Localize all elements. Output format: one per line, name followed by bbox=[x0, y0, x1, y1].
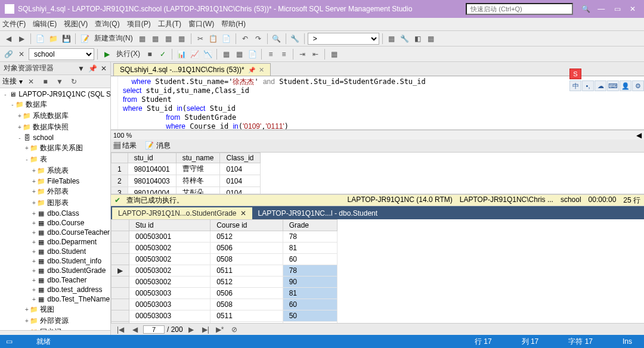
tool-a-button[interactable]: ▦ bbox=[386, 33, 398, 45]
minimize-button[interactable]: — bbox=[597, 5, 605, 13]
cut-button[interactable]: ✂ bbox=[194, 33, 206, 45]
uncomment-button[interactable]: ≡ bbox=[278, 48, 290, 60]
db-query-button[interactable]: ▦ bbox=[137, 33, 148, 45]
tree-node[interactable]: +▦ dbo.test_address bbox=[0, 285, 110, 294]
tree-node[interactable]: +▦ dbo.StudentGrade bbox=[0, 266, 110, 275]
tree-node[interactable]: +▦ dbo.Test_TheName bbox=[0, 294, 110, 304]
tree-node[interactable]: +▦ dbo.Deparment bbox=[0, 237, 110, 247]
solution-dropdown[interactable]: > bbox=[308, 33, 379, 45]
messages-tab[interactable]: 📝 消息 bbox=[145, 141, 170, 151]
ime-mode-cn[interactable]: 中 bbox=[569, 80, 581, 91]
open-button[interactable]: 📁 bbox=[47, 33, 59, 45]
new-query-icon[interactable]: 📝 bbox=[79, 33, 91, 45]
new-record-button[interactable]: ▶* bbox=[214, 324, 226, 335]
prev-record-button[interactable]: ◀ bbox=[129, 324, 141, 335]
results-text-button[interactable]: ▦ bbox=[220, 48, 232, 60]
tree-node[interactable]: +▦ dbo.Class bbox=[0, 209, 110, 218]
db-query-3-button[interactable]: ▦ bbox=[163, 33, 175, 45]
sql-file-tab[interactable]: SQLshiyi_4.sql -...91Q1NC\Chris (53))* 📌… bbox=[113, 63, 271, 76]
pin-icon[interactable]: 📌 bbox=[88, 64, 97, 73]
db-query-2-button[interactable]: ▦ bbox=[150, 33, 162, 45]
detail-tab[interactable]: LAPTOP-JR91Q1NC...l - dbo.Student bbox=[252, 207, 384, 219]
redo-button[interactable]: ↷ bbox=[252, 33, 264, 45]
maximize-button[interactable]: ▭ bbox=[614, 5, 621, 13]
close-panel-icon[interactable]: ✕ bbox=[101, 64, 107, 73]
find-button[interactable]: 🔍 bbox=[271, 33, 283, 45]
server-node[interactable]: -🖥 LAPTOP-JR91Q1NC (SQL Server 14.0. bbox=[0, 89, 110, 99]
tree-scrollbar[interactable] bbox=[0, 330, 110, 335]
tree-node[interactable]: +📁 外部表 bbox=[0, 186, 110, 197]
tree-node[interactable]: +📁 视图 bbox=[0, 304, 110, 315]
stop-icon[interactable]: ■ bbox=[39, 76, 51, 88]
stats-button[interactable]: 📉 bbox=[202, 48, 213, 60]
disconnect-button[interactable]: ✕ bbox=[16, 48, 27, 60]
tree-node[interactable]: -🗄 school bbox=[0, 133, 110, 142]
tree-node[interactable]: +📁 数据库快照 bbox=[0, 122, 110, 133]
tree-node[interactable]: +▦ dbo.Teacher bbox=[0, 275, 110, 285]
quick-launch-input[interactable] bbox=[466, 3, 573, 15]
undo-button[interactable]: ↶ bbox=[239, 33, 251, 45]
tree-node[interactable]: +▦ dbo.Student bbox=[0, 247, 110, 256]
refresh-icon[interactable]: ↻ bbox=[68, 76, 80, 88]
ime-settings-icon[interactable]: ⚙ bbox=[632, 80, 644, 91]
menu-item[interactable]: 文件(F) bbox=[2, 19, 26, 29]
outdent-button[interactable]: ⇤ bbox=[309, 48, 321, 60]
tool-d-button[interactable]: ▦ bbox=[425, 33, 437, 45]
record-position-input[interactable] bbox=[143, 325, 165, 334]
tree-node[interactable]: +▦ dbo.Course bbox=[0, 218, 110, 228]
copy-button[interactable]: 📋 bbox=[208, 33, 219, 45]
results-file-button[interactable]: 📄 bbox=[246, 48, 258, 60]
ime-toolbar[interactable]: S 中 •, ☁ ⌨ 👤 ⚙ bbox=[569, 69, 644, 91]
tree-node[interactable]: +📁 系统数据库 bbox=[0, 110, 110, 122]
ime-icon[interactable]: S bbox=[569, 69, 581, 79]
new-query-button[interactable]: 新建查询(N) bbox=[92, 33, 135, 44]
close-tab-icon[interactable]: ✕ bbox=[259, 66, 264, 74]
tree-node[interactable]: +📁 数据库关系图 bbox=[0, 142, 110, 154]
db-query-4-button[interactable]: ▦ bbox=[176, 33, 188, 45]
tool-b-button[interactable]: 🔧 bbox=[399, 33, 411, 45]
detail-grid[interactable]: Stu idCourse idGrade00050300105127800050… bbox=[111, 219, 644, 323]
tree-node[interactable]: +📁 系统表 bbox=[0, 165, 110, 176]
filter-icon[interactable]: ▼ bbox=[54, 76, 66, 88]
dropdown-icon[interactable]: ▼ bbox=[78, 64, 85, 73]
specify-values-button[interactable]: ▦ bbox=[328, 48, 340, 60]
tree-node[interactable]: +📁 外部资源 bbox=[0, 315, 110, 327]
object-explorer-tree[interactable]: -🖥 LAPTOP-JR91Q1NC (SQL Server 14.0. -📁 … bbox=[0, 88, 110, 330]
ime-keyboard-icon[interactable]: ⌨ bbox=[607, 80, 619, 91]
results-grid[interactable]: stu_idstu_nameClass_id1980104001曹守维01042… bbox=[111, 153, 644, 194]
sql-code-editor[interactable]: where Student.Stu_name='徐杰杰' and Student… bbox=[111, 76, 644, 130]
execute-icon[interactable]: ▶ bbox=[101, 48, 113, 60]
parse-button[interactable]: ✓ bbox=[157, 48, 169, 60]
menu-item[interactable]: 查询(Q) bbox=[95, 19, 119, 29]
forward-button[interactable]: ▶ bbox=[16, 33, 27, 45]
indent-button[interactable]: ⇥ bbox=[296, 48, 308, 60]
comment-button[interactable]: ≡ bbox=[265, 48, 277, 60]
disconnect-icon[interactable]: ✕ bbox=[25, 76, 37, 88]
results-grid-button[interactable]: ▦ bbox=[233, 48, 245, 60]
menu-item[interactable]: 视图(V) bbox=[64, 19, 88, 29]
detail-tab[interactable]: LAPTOP-JR91Q1N...o.StudentGrade ✕ bbox=[112, 207, 252, 219]
stop-button[interactable]: ■ bbox=[144, 48, 156, 60]
ime-person-icon[interactable]: 👤 bbox=[620, 80, 631, 91]
menu-item[interactable]: 窗口(W) bbox=[188, 19, 214, 29]
connect-button[interactable]: 🔗 bbox=[2, 48, 14, 60]
tree-node[interactable]: +📁 图形表 bbox=[0, 197, 110, 209]
first-record-button[interactable]: |◀ bbox=[114, 324, 126, 335]
include-plan-button[interactable]: 📈 bbox=[188, 48, 200, 60]
tree-node[interactable]: +▦ dbo.Student_info bbox=[0, 256, 110, 266]
search-icon[interactable]: 🔍 bbox=[581, 5, 590, 13]
menu-item[interactable]: 工具(T) bbox=[158, 19, 181, 29]
ime-cloud-icon[interactable]: ☁ bbox=[595, 80, 606, 91]
results-tab[interactable]: ▦ 结果 bbox=[113, 141, 137, 151]
database-selector[interactable]: school bbox=[29, 48, 94, 60]
close-button[interactable]: ✕ bbox=[630, 5, 636, 13]
display-plan-button[interactable]: 📊 bbox=[175, 48, 187, 60]
ime-punct[interactable]: •, bbox=[582, 80, 594, 91]
connect-label[interactable]: 连接 bbox=[2, 76, 17, 86]
save-button[interactable]: 💾 bbox=[60, 33, 72, 45]
last-record-button[interactable]: ▶| bbox=[200, 324, 212, 335]
tool-c-button[interactable]: ◧ bbox=[412, 33, 424, 45]
scroll-left-icon[interactable]: ◀ bbox=[636, 131, 642, 139]
zoom-level[interactable]: 100 % bbox=[113, 132, 132, 139]
menu-item[interactable]: 项目(P) bbox=[127, 19, 151, 29]
